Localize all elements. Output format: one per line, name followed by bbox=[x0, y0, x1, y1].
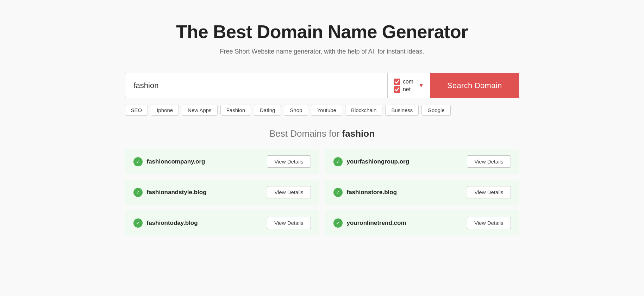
hero-section: The Best Domain Name Generator Free Shor… bbox=[125, 21, 519, 55]
page-subtitle: Free Short Website name generator, with … bbox=[125, 48, 519, 55]
tag-new-apps[interactable]: New Apps bbox=[182, 105, 218, 116]
available-check-icon: ✓ bbox=[333, 157, 343, 166]
tld-net-checkbox[interactable] bbox=[394, 86, 400, 93]
domain-card-left: ✓youronlinetrend.com bbox=[333, 218, 406, 228]
domain-card: ✓yourfashiongroup.orgView Details bbox=[325, 149, 519, 174]
view-details-button[interactable]: View Details bbox=[267, 217, 311, 229]
available-check-icon: ✓ bbox=[133, 218, 143, 228]
domain-card: ✓fashionandstyle.blogView Details bbox=[125, 180, 319, 205]
tld-checkboxes: com net bbox=[394, 79, 413, 93]
tld-options: com net ▼ bbox=[387, 73, 430, 98]
tag-youtube[interactable]: Youtube bbox=[311, 105, 342, 116]
tag-shop[interactable]: Shop bbox=[284, 105, 308, 116]
domain-card-left: ✓fashiontoday.blog bbox=[133, 218, 198, 228]
tld-net-row[interactable]: net bbox=[394, 86, 413, 93]
domain-name: fashionstore.blog bbox=[347, 189, 397, 196]
domain-card-left: ✓fashionstore.blog bbox=[333, 188, 397, 197]
tag-blockchain[interactable]: Blockchain bbox=[345, 105, 383, 116]
domain-card-left: ✓fashioncompany.org bbox=[133, 157, 205, 166]
tag-google[interactable]: Google bbox=[421, 105, 450, 116]
page-title: The Best Domain Name Generator bbox=[125, 21, 519, 42]
domain-name: fashioncompany.org bbox=[147, 158, 205, 165]
view-details-button[interactable]: View Details bbox=[467, 155, 511, 168]
search-domain-button[interactable]: Search Domain bbox=[430, 73, 519, 98]
results-title: Best Domains for fashion bbox=[125, 128, 519, 139]
tld-com-checkbox[interactable] bbox=[394, 79, 400, 85]
tag-fashion[interactable]: Fashion bbox=[220, 105, 251, 116]
available-check-icon: ✓ bbox=[333, 188, 343, 197]
domain-card-left: ✓yourfashiongroup.org bbox=[333, 157, 409, 166]
domain-card: ✓fashiontoday.blogView Details bbox=[125, 210, 319, 235]
search-bar: com net ▼ Search Domain bbox=[125, 73, 519, 98]
tag-dating[interactable]: Dating bbox=[254, 105, 281, 116]
tld-com-row[interactable]: com bbox=[394, 79, 413, 85]
domain-card: ✓fashioncompany.orgView Details bbox=[125, 149, 319, 174]
domain-card: ✓youronlinetrend.comView Details bbox=[325, 210, 519, 235]
view-details-button[interactable]: View Details bbox=[467, 217, 511, 229]
tag-seo[interactable]: SEO bbox=[125, 105, 148, 116]
domain-grid: ✓fashioncompany.orgView Details✓yourfash… bbox=[125, 149, 519, 235]
tags-row: SEOIphoneNew AppsFashionDatingShopYoutub… bbox=[125, 105, 519, 116]
tag-iphone[interactable]: Iphone bbox=[151, 105, 179, 116]
domain-card-left: ✓fashionandstyle.blog bbox=[133, 188, 207, 197]
domain-name: fashionandstyle.blog bbox=[147, 189, 207, 196]
view-details-button[interactable]: View Details bbox=[267, 155, 311, 168]
tld-dropdown-arrow[interactable]: ▼ bbox=[418, 82, 424, 89]
available-check-icon: ✓ bbox=[333, 218, 343, 228]
tld-com-label: com bbox=[403, 79, 413, 85]
domain-name: fashiontoday.blog bbox=[147, 220, 198, 227]
view-details-button[interactable]: View Details bbox=[467, 186, 511, 198]
results-section: Best Domains for fashion ✓fashioncompany… bbox=[125, 128, 519, 235]
domain-card: ✓fashionstore.blogView Details bbox=[325, 180, 519, 205]
tld-net-label: net bbox=[403, 86, 411, 93]
available-check-icon: ✓ bbox=[133, 157, 143, 166]
view-details-button[interactable]: View Details bbox=[267, 186, 311, 198]
tag-business[interactable]: Business bbox=[385, 105, 419, 116]
search-input[interactable] bbox=[125, 73, 387, 98]
available-check-icon: ✓ bbox=[133, 188, 143, 197]
domain-name: yourfashiongroup.org bbox=[347, 158, 409, 165]
domain-name: youronlinetrend.com bbox=[347, 220, 406, 227]
